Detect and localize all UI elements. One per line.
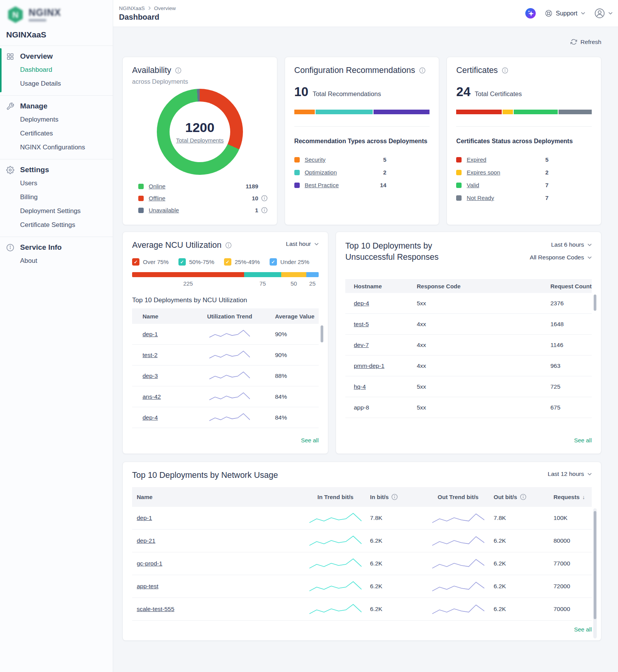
scrollbar-thumb[interactable] [321, 325, 323, 342]
info-icon[interactable] [225, 242, 232, 249]
legend-label-link[interactable]: Security [305, 156, 326, 163]
sort-descending-icon[interactable]: ↓ [582, 494, 585, 500]
total-deployments-value: 1200 [185, 120, 215, 135]
info-icon[interactable] [520, 494, 526, 500]
breadcrumb-current[interactable]: Overview [154, 5, 176, 11]
deployment-link[interactable]: dep-21 [137, 537, 155, 544]
legend-label-link[interactable]: Optimization [305, 169, 337, 176]
legend-row: Security5 [294, 153, 430, 166]
sidebar-item-about[interactable]: About [0, 254, 113, 268]
recommendations-legend: Security5Optimization2Best Practice14 [294, 153, 430, 191]
legend-label-link[interactable]: Online [149, 183, 165, 190]
table-row: dev-74xx1146 [345, 335, 592, 355]
ncu-bar-value: 50 [281, 280, 306, 287]
legend-label-link[interactable]: Offline [149, 195, 165, 201]
app-name: NGINXaaS [0, 24, 113, 39]
out-bits-value: 6.2K [489, 606, 549, 613]
responses-period-dropdown[interactable]: Last 6 hours [551, 241, 592, 248]
legend-value-group: 1 [255, 207, 267, 213]
legend-label-link[interactable]: Best Practice [305, 182, 339, 188]
deployment-link[interactable]: dep-1 [137, 515, 152, 521]
ncu-filter-checkbox[interactable]: ✓Under 25% [270, 258, 309, 266]
sidebar-section-header[interactable]: Settings [0, 163, 113, 176]
hostname-link[interactable]: pmm-dep-1 [354, 362, 384, 369]
deployment-link[interactable]: ans-42 [143, 393, 161, 400]
sidebar-section-label: Manage [20, 102, 48, 110]
ncu-filter-checkbox[interactable]: ✓50%-75% [178, 258, 214, 266]
deployment-link[interactable]: test-2 [143, 352, 158, 358]
hostname-link[interactable]: dev-7 [354, 342, 369, 348]
deployment-link[interactable]: dep-1 [143, 331, 158, 337]
sidebar-item-dashboard[interactable]: Dashboard [0, 63, 113, 77]
sidebar-item-usage-details[interactable]: Usage Details [0, 77, 113, 91]
deployment-link[interactable]: app-test [137, 583, 158, 589]
sidebar-item-deployment-settings[interactable]: Deployment Settings [0, 204, 113, 218]
total-recommendations-value: 10 [294, 85, 309, 99]
deployment-link[interactable]: dep-4 [143, 414, 158, 421]
deployment-link[interactable]: gc-prod-1 [137, 560, 162, 567]
out-bits-value: 6.2K [489, 560, 549, 567]
legend-label-link[interactable]: Unavailable [149, 207, 179, 213]
deployment-link[interactable]: dep-3 [143, 372, 158, 379]
scrollbar-thumb[interactable] [594, 511, 596, 619]
user-menu[interactable] [594, 8, 613, 19]
info-icon[interactable] [502, 67, 508, 74]
info-icon[interactable] [261, 195, 268, 201]
sidebar-section-header[interactable]: Manage [0, 100, 113, 113]
sidebar-section-settings: SettingsUsersBillingDeployment SettingsC… [0, 159, 113, 237]
column-header-requests: Requests↓ [549, 494, 592, 500]
info-icon[interactable] [419, 67, 426, 74]
ncu-utilization-card: Average NCU Utilization Last hour ✓Over … [122, 232, 328, 454]
info-icon [6, 244, 14, 252]
legend-label-link[interactable]: Expires soon [467, 169, 500, 176]
sidebar-section-header[interactable]: Service Info [0, 241, 113, 254]
legend-label-link[interactable]: Not Ready [467, 195, 494, 201]
responses-see-all-link[interactable]: See all [574, 437, 592, 443]
ncu-filter-checkbox[interactable]: ✓25%-49% [224, 258, 260, 266]
network-see-all-link[interactable]: See all [574, 626, 592, 633]
out-bits-value: 6.2K [489, 583, 549, 590]
breadcrumb-root[interactable]: NGINXaaS [119, 5, 145, 11]
response-codes-dropdown[interactable]: All Response Codes [530, 254, 592, 261]
hostname-link[interactable]: test-5 [354, 321, 369, 327]
scrollbar-thumb[interactable] [594, 295, 596, 311]
sidebar-section-header[interactable]: Overview [0, 50, 113, 63]
legend-row: Valid7 [456, 179, 592, 191]
top-bar: NGINXaaS Overview Dashboard Support [113, 0, 618, 27]
sparkle-icon [527, 10, 534, 17]
legend-label-link[interactable]: Expired [467, 156, 486, 163]
hostname-link[interactable]: hq-4 [354, 383, 366, 390]
availability-donut-chart[interactable]: 1200 Total Deployments [157, 89, 243, 175]
ncu-see-all-link[interactable]: See all [301, 437, 319, 443]
utilization-value: 90% [263, 331, 319, 338]
table-row: dep-484% [132, 407, 319, 428]
support-menu[interactable]: Support [545, 10, 585, 17]
info-icon[interactable] [261, 207, 268, 213]
request-count: 2376 [550, 300, 592, 307]
trend-sparkline [432, 512, 484, 524]
sidebar-item-users[interactable]: Users [0, 176, 113, 190]
ncu-bar-value: 25 [306, 280, 319, 287]
availability-legend: Online1189Offline10Unavailable1 [132, 180, 268, 216]
response-code: 4xx [417, 342, 550, 349]
sidebar-item-nginx-configurations[interactable]: NGINX Configurations [0, 140, 113, 154]
table-row: dep-190% [132, 324, 319, 345]
info-icon[interactable] [391, 494, 398, 500]
network-period-dropdown[interactable]: Last 12 hours [548, 471, 592, 477]
ai-assistant-button[interactable] [525, 8, 536, 19]
sidebar-item-billing[interactable]: Billing [0, 190, 113, 204]
sidebar-item-certificate-settings[interactable]: Certificate Settings [0, 218, 113, 232]
sidebar-item-deployments[interactable]: Deployments [0, 113, 113, 127]
legend-value: 1189 [246, 183, 258, 190]
ncu-filter-checkbox[interactable]: ✓Over 75% [132, 258, 169, 266]
sidebar-item-certificates[interactable]: Certificates [0, 127, 113, 140]
refresh-button[interactable]: Refresh [570, 39, 601, 46]
deployment-link[interactable]: scale-test-555 [137, 606, 174, 612]
hostname-link[interactable]: dep-4 [354, 300, 369, 306]
legend-swatch [294, 183, 300, 188]
ncu-period-dropdown[interactable]: Last hour [286, 240, 319, 247]
legend-label-link[interactable]: Valid [467, 182, 479, 188]
total-deployments-link[interactable]: Total Deployments [176, 137, 224, 144]
info-icon[interactable] [175, 67, 182, 74]
responses-table: HostnameResponse CodeRequest Countdep-45… [345, 279, 592, 418]
